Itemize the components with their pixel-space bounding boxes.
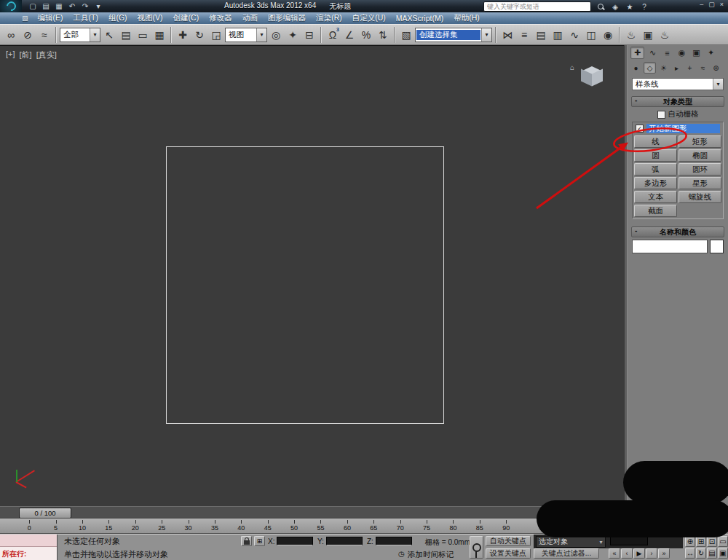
- viewport-general-menu[interactable]: [+]: [6, 50, 15, 60]
- select-and-manipulate-icon[interactable]: ✦: [285, 26, 301, 44]
- set-key-button[interactable]: 设置关键点: [486, 548, 531, 559]
- subtab-geometry[interactable]: ●: [630, 63, 641, 73]
- percent-snap-toggle-icon[interactable]: %: [358, 26, 374, 44]
- schematic-view-icon[interactable]: ◫: [583, 26, 599, 44]
- infocenter-search-input[interactable]: [483, 1, 591, 12]
- curve-editor-icon[interactable]: ∿: [566, 26, 582, 44]
- section-button[interactable]: 截面: [634, 205, 677, 217]
- viewcube-home-icon[interactable]: ⌂: [570, 63, 574, 71]
- tab-hierarchy[interactable]: ≡: [661, 47, 673, 58]
- track-bar[interactable]: 0 5 10 15 20 25 30 35 40 45 50 55 60 65 …: [0, 518, 624, 534]
- zoom-icon[interactable]: ⊕: [685, 536, 695, 547]
- edit-named-selection-sets-icon[interactable]: ▧: [398, 26, 414, 44]
- unlink-selection-icon[interactable]: ⊘: [20, 26, 36, 44]
- zoom-all-icon[interactable]: ⊞: [696, 536, 706, 547]
- go-to-end-button[interactable]: »: [658, 548, 670, 559]
- go-to-start-button[interactable]: «: [609, 548, 620, 559]
- rectangle-spline[interactable]: [166, 146, 444, 424]
- favorites-icon[interactable]: ★: [625, 2, 635, 12]
- application-menu-button[interactable]: [0, 0, 22, 12]
- keyboard-shortcut-override-icon[interactable]: ⊟: [301, 26, 317, 44]
- zoom-region-icon[interactable]: ▭: [718, 536, 728, 547]
- align-icon[interactable]: ≡: [516, 26, 532, 44]
- pan-icon[interactable]: ↔: [685, 548, 695, 559]
- tab-display[interactable]: ▣: [690, 47, 703, 58]
- menu-rendering[interactable]: 渲染(R): [311, 13, 347, 23]
- menu-modifiers[interactable]: 修改器: [204, 13, 237, 23]
- listener-input-row[interactable]: 所在行:: [0, 547, 57, 560]
- open-file-icon[interactable]: ▤: [41, 2, 51, 10]
- maximize-button[interactable]: ▢: [708, 1, 715, 8]
- next-frame-button[interactable]: ›: [646, 548, 657, 559]
- redo-icon[interactable]: ↷: [80, 2, 90, 10]
- render-production-icon[interactable]: ♨: [657, 26, 673, 44]
- set-keys-button[interactable]: [470, 536, 483, 559]
- object-color-swatch[interactable]: [710, 240, 724, 253]
- text-button[interactable]: 文本: [634, 191, 677, 203]
- time-slider-handle[interactable]: 0 / 100: [19, 508, 71, 518]
- spinner-snap-toggle-icon[interactable]: ⇅: [375, 26, 391, 44]
- shape-category-dropdown[interactable]: 样条线 ▾: [632, 78, 724, 90]
- select-and-move-icon[interactable]: ✚: [175, 26, 191, 44]
- reference-coordinate-system-dropdown[interactable]: 视图 ▾: [225, 28, 267, 42]
- object-type-rollout-header[interactable]: - 对象类型: [631, 96, 724, 107]
- menu-animation[interactable]: 动画: [237, 13, 263, 23]
- menu-help[interactable]: 帮助(H): [448, 13, 485, 23]
- menu-graph-editors[interactable]: 图形编辑器: [263, 13, 312, 23]
- new-scene-icon[interactable]: ▢: [28, 2, 38, 10]
- window-crossing-icon[interactable]: ▦: [151, 26, 167, 44]
- subtab-space-warps[interactable]: ≈: [697, 63, 708, 73]
- subtab-cameras[interactable]: ▸: [671, 63, 682, 73]
- ngon-button[interactable]: 多边形: [634, 177, 677, 189]
- tab-modify[interactable]: ∿: [646, 47, 659, 58]
- x-coordinate-field[interactable]: [277, 537, 313, 545]
- menu-tools[interactable]: 工具(T): [68, 13, 103, 23]
- subtab-systems[interactable]: ⊕: [711, 63, 721, 73]
- ellipse-button[interactable]: 椭圆: [678, 149, 721, 162]
- subtab-lights[interactable]: ☀: [658, 63, 669, 73]
- menu-edit[interactable]: 编辑(E): [33, 13, 68, 23]
- rectangular-selection-region-icon[interactable]: ▭: [135, 26, 151, 44]
- viewport-front[interactable]: [+] [前] [真实] ⌂: [0, 45, 624, 506]
- object-name-field[interactable]: [632, 240, 708, 253]
- menu-customize[interactable]: 自定义(U): [347, 13, 391, 23]
- undo-icon[interactable]: ↶: [67, 2, 77, 10]
- add-time-tag[interactable]: 添加时间标记: [408, 550, 454, 560]
- select-and-link-icon[interactable]: ∞: [3, 26, 19, 44]
- autogrid-checkbox[interactable]: [657, 111, 665, 119]
- start-new-shape-checkbox[interactable]: ✓: [636, 125, 644, 133]
- keying-selection-set-dropdown[interactable]: 选定对象 ▾: [536, 536, 606, 548]
- workspace-icon[interactable]: ▧: [22, 15, 28, 22]
- subtab-helpers[interactable]: +: [684, 63, 695, 73]
- layer-manager-icon[interactable]: ▤: [533, 26, 549, 44]
- arc-button[interactable]: 弧: [634, 163, 677, 176]
- viewport-pov-menu[interactable]: [前]: [20, 50, 32, 60]
- menu-maxscript[interactable]: MAXScript(M): [391, 14, 448, 23]
- donut-button[interactable]: 圆环: [678, 163, 721, 176]
- communication-center-icon[interactable]: ◈: [610, 2, 620, 12]
- rendered-frame-window-icon[interactable]: ▣: [640, 26, 656, 44]
- helix-button[interactable]: 螺旋线: [678, 191, 721, 203]
- help-icon[interactable]: ?: [639, 2, 649, 12]
- listener-macro-row[interactable]: [0, 535, 57, 547]
- tab-utilities[interactable]: ✦: [705, 47, 717, 58]
- quick-access-menu-arrow-icon[interactable]: ▾: [93, 2, 103, 10]
- render-setup-icon[interactable]: ♨: [623, 26, 639, 44]
- ribbon-toggle-icon[interactable]: ▥: [550, 26, 566, 44]
- bind-to-space-warp-icon[interactable]: ≈: [36, 26, 52, 44]
- circle-button[interactable]: 圆: [634, 149, 677, 162]
- subtab-shapes[interactable]: ◇: [644, 62, 656, 74]
- y-coordinate-field[interactable]: [326, 537, 363, 545]
- star-button[interactable]: 星形: [678, 177, 721, 189]
- z-coordinate-field[interactable]: [376, 537, 412, 545]
- close-button[interactable]: ×: [720, 1, 724, 8]
- auto-key-button[interactable]: 自动关键点: [486, 536, 531, 546]
- tab-create[interactable]: ✚: [630, 47, 644, 59]
- minimize-button[interactable]: –: [700, 1, 703, 8]
- selection-lock-toggle[interactable]: [241, 536, 252, 546]
- current-frame-field[interactable]: [610, 537, 648, 545]
- rectangle-button[interactable]: 矩形: [678, 135, 721, 148]
- viewport-shading-menu[interactable]: [真实]: [36, 50, 57, 60]
- absolute-offset-mode-toggle[interactable]: ⊞: [254, 536, 265, 546]
- previous-frame-button[interactable]: ‹: [621, 548, 633, 559]
